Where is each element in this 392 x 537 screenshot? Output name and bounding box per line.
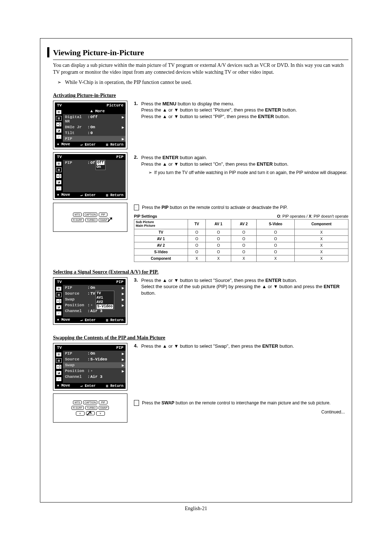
step-4: 4. Press the ▲ or ▼ button to select "Sw…: [134, 343, 348, 350]
step-4-num: 4.: [134, 343, 141, 350]
step-1-body: Press the MENU button to display the men…: [141, 101, 297, 120]
osd-picture-menu: TVPicture⊡▥◂)◪♪▲ MoreDigital NR:Off▶DNIe…: [53, 101, 127, 149]
remote-note-swap: ☞ Press the SWAP button on the remote co…: [134, 400, 348, 406]
step-2-body: Press the ENTER button again.Press the ▲…: [141, 154, 347, 175]
remote-diagram-1: MTSCAPTIONPIPR.SURFTURBOSWAP➚: [53, 203, 127, 232]
remote-note-pip: ☞ Press the PIP button on the remote con…: [134, 205, 348, 210]
title-accent: [47, 47, 49, 57]
page-title: Viewing Picture-in-Picture: [53, 47, 144, 57]
step-3-num: 3.: [134, 277, 141, 296]
pip-settings-legend: O: PIP operates / X: PIP doesn't operate: [277, 214, 348, 218]
page-number: English-21: [0, 506, 392, 512]
title-bar: Viewing Picture-in-Picture: [47, 47, 348, 57]
subhead-selecting: Selecting a Signal Source (External A/V)…: [53, 269, 348, 275]
remote-diagram-2: MTSCAPTIONPIPR.SURFTURBOSWAP∧CH∨➚: [53, 393, 127, 423]
step-2-num: 2.: [134, 154, 141, 175]
step-3-body: Press the ▲ or ▼ button to select "Sourc…: [141, 277, 348, 296]
step-4-body: Press the ▲ or ▼ button to select "Swap"…: [141, 343, 294, 350]
pip-settings-label: PIP Settings: [134, 214, 157, 218]
continued-label: Continued...: [134, 409, 345, 415]
osd-swap-menu: TVPIP⊡▥◂)◪♪PIP:On▶Source:S-Video▶Swap▶Po…: [53, 343, 127, 391]
pip-settings-header: PIP Settings O: PIP operates / X: PIP do…: [134, 214, 348, 218]
remote-note-swap-text: Press the SWAP button on the remote cont…: [142, 400, 331, 406]
pip-settings-table: Sub PictureMain PictureTVAV 1AV 2S-Video…: [134, 219, 348, 262]
step-1: 1. Press the MENU button to display the …: [134, 101, 348, 120]
subhead-selecting-dot: .: [157, 269, 159, 275]
vchip-note: While V-Chip is in operation, the PIP fu…: [57, 80, 348, 85]
step-1-num: 1.: [134, 101, 141, 120]
subhead-swapping: Swapping the Contents of the PIP and Mai…: [53, 335, 348, 341]
remote-icon-2: ☞: [134, 400, 139, 406]
remote-note-pip-text: Press the PIP button on the remote contr…: [142, 205, 287, 210]
subhead-selecting-text: Selecting a Signal Source (External A/V)…: [53, 269, 157, 275]
osd-pip-onoff: TVPIP⊡▥◂)◪♪PIP:OffOffOn ♦ Move↵ Enter▥ R…: [53, 152, 127, 200]
step-3: 3. Press the ▲ or ▼ button to select "So…: [134, 277, 348, 296]
step-2: 2. Press the ENTER button again.Press th…: [134, 154, 348, 175]
intro-text: You can display a sub picture within the…: [53, 60, 348, 76]
remote-icon: ☞: [134, 205, 139, 210]
osd-source-menu: TVPIP⊡▥◂)◪♪PIP:On▶Source:TV▶TVAV1AV2S-Vi…: [53, 277, 127, 325]
subhead-activating: Activating Picture-in-Picture: [53, 93, 348, 98]
